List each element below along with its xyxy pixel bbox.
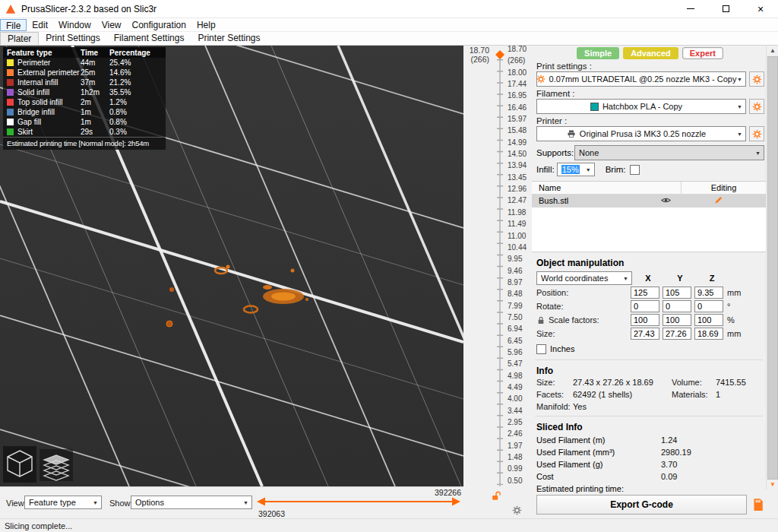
panel-scrollbar[interactable]: ▲ ▼ <box>766 46 778 490</box>
layer-lock-icon[interactable] <box>491 490 501 503</box>
status-bar: Slicing complete... <box>0 518 778 532</box>
info-materials-value: 1 <box>716 390 766 399</box>
sliced-label: Used Filament (mm³) <box>536 448 661 457</box>
tab-plater[interactable]: Plater <box>0 32 39 45</box>
legend-overlay: Feature type Time Percentage Perimeter44… <box>3 47 166 150</box>
visibility-eye-icon[interactable] <box>661 195 671 209</box>
export-gcode-button[interactable]: Export G-code <box>536 495 747 515</box>
title-bar[interactable]: PrusaSlicer-2.3.2 based on Slic3r × <box>0 0 778 18</box>
manip-input[interactable] <box>694 300 723 312</box>
right-panel: SimpleAdvancedExpert Print settings : 0.… <box>532 46 766 518</box>
mode-button-advanced[interactable]: Advanced <box>623 47 678 59</box>
maximize-icon[interactable] <box>708 0 743 17</box>
filament-value: Hatchbox PLA - Copy <box>602 102 682 111</box>
estimated-time-text: Estimated printing time [Normal mode]: 2… <box>3 137 166 150</box>
scroll-up-icon[interactable]: ▲ <box>767 46 778 56</box>
scroll-down-icon[interactable]: ▼ <box>767 480 778 490</box>
feature-percentage: 0.8% <box>109 108 166 116</box>
layer-tick-label: 13.45 <box>508 174 532 182</box>
object-list-row[interactable]: Bush.stl <box>532 195 766 207</box>
column-header-name[interactable]: Name <box>532 182 682 194</box>
layer-tick-label: (266) <box>508 57 532 65</box>
layer-tick-label: 4.00 <box>508 395 532 403</box>
feature-label: Perimeter <box>17 59 81 67</box>
app-window: PrusaSlicer-2.3.2 based on Slic3r × File… <box>0 0 778 532</box>
column-header-editing[interactable]: Editing <box>682 183 766 192</box>
printer-edit-gear-button[interactable] <box>749 126 764 141</box>
mode-button-expert[interactable]: Expert <box>682 47 723 59</box>
layer-tick-label: 12.96 <box>508 185 532 193</box>
manip-input[interactable] <box>663 300 691 312</box>
menu-edit[interactable]: Edit <box>27 19 53 31</box>
manip-inputs <box>631 300 726 312</box>
supports-combo[interactable]: None <box>574 145 764 160</box>
printer-combo[interactable]: Original Prusa i3 MK3 0.25 nozzle <box>536 126 746 141</box>
print-settings-combo[interactable]: 0.07mm ULTRADETAIL @0.25 nozzle MK3 - Co… <box>536 71 746 87</box>
inches-checkbox[interactable] <box>536 344 546 354</box>
layer-tick-label: 1.48 <box>508 454 532 461</box>
slider-settings-gear-icon[interactable] <box>512 505 522 518</box>
layer-tick-label: 4.98 <box>508 372 532 380</box>
printer-icon <box>567 129 576 138</box>
tab-printer-settings[interactable]: Printer Settings <box>191 32 267 45</box>
scroll-thumb[interactable] <box>767 56 778 480</box>
layer-slider-handle[interactable] <box>495 50 504 59</box>
close-icon[interactable]: × <box>743 0 778 17</box>
sliced-info-title: Sliced Info <box>536 422 766 432</box>
layer-tick-label: 6.94 <box>508 325 532 333</box>
layer-tick-label: 0.99 <box>508 465 532 473</box>
mode-button-simple[interactable]: Simple <box>577 47 619 59</box>
manip-input[interactable] <box>694 314 723 326</box>
current-layer-readout: 18.70 (266) <box>463 46 489 64</box>
menu-file[interactable]: File <box>0 19 27 31</box>
manip-input[interactable] <box>631 328 659 340</box>
coordinates-combo[interactable]: World coordinates <box>536 271 632 285</box>
filament-edit-gear-button[interactable] <box>749 99 764 114</box>
minimize-icon[interactable] <box>673 0 708 17</box>
brim-checkbox[interactable] <box>630 165 640 175</box>
manip-input[interactable] <box>663 328 691 340</box>
infill-combo[interactable]: 15% <box>557 163 595 176</box>
layer-tick-labels: 18.70(266)18.0017.4416.9516.4615.9715.48… <box>508 46 532 485</box>
manipulation-rows: Position:mmRotate:°Scale factors:%Size:m… <box>532 286 766 340</box>
scale-lock-icon[interactable] <box>536 315 547 325</box>
horizontal-move-slider[interactable] <box>255 493 462 510</box>
layer-tick-label: 12.47 <box>508 197 532 204</box>
layer-tick-label: 11.49 <box>508 220 532 228</box>
print-settings-gear-icon <box>536 74 546 84</box>
manip-input[interactable] <box>663 287 691 299</box>
view-cube-icon[interactable] <box>3 446 36 483</box>
feature-time: 25m <box>81 68 109 77</box>
feature-time: 37m <box>81 78 109 87</box>
layers-view-icon[interactable] <box>40 449 73 481</box>
filament-combo[interactable]: Hatchbox PLA - Copy <box>536 99 746 114</box>
layer-tick-label: 16.46 <box>508 104 532 112</box>
menu-help[interactable]: Help <box>191 19 221 31</box>
3d-viewport[interactable]: Feature type Time Percentage Perimeter44… <box>0 46 463 486</box>
manip-input[interactable] <box>663 314 691 326</box>
menu-window[interactable]: Window <box>53 19 96 31</box>
manip-input[interactable] <box>694 328 723 340</box>
tab-filament-settings[interactable]: Filament Settings <box>107 32 191 45</box>
tab-print-settings[interactable]: Print Settings <box>39 32 106 45</box>
show-options-combo[interactable]: Options <box>131 496 252 509</box>
sd-card-icon[interactable] <box>751 496 764 513</box>
object-name: Bush.stl <box>532 196 568 205</box>
sliced-value: 2980.19 <box>661 448 691 457</box>
manip-input[interactable] <box>694 287 723 299</box>
layer-slider[interactable] <box>494 47 506 489</box>
menu-view[interactable]: View <box>96 19 127 31</box>
manip-input[interactable] <box>631 287 659 299</box>
menu-configuration[interactable]: Configuration <box>127 19 191 31</box>
print-settings-edit-gear-button[interactable] <box>749 71 764 87</box>
manip-label: Rotate: <box>536 302 631 311</box>
manip-input[interactable] <box>631 300 659 312</box>
feature-percentage: 35.5% <box>109 88 166 97</box>
manip-input[interactable] <box>631 314 659 326</box>
layer-tick-label: 15.48 <box>508 127 532 135</box>
view-mode-combo[interactable]: Feature type <box>24 496 102 509</box>
layer-tick-label: 16.95 <box>508 92 532 100</box>
object-editing-icon[interactable] <box>714 195 723 208</box>
sliced-label: Used Filament (g) <box>536 460 661 469</box>
info-size-label: Size: <box>536 378 573 387</box>
